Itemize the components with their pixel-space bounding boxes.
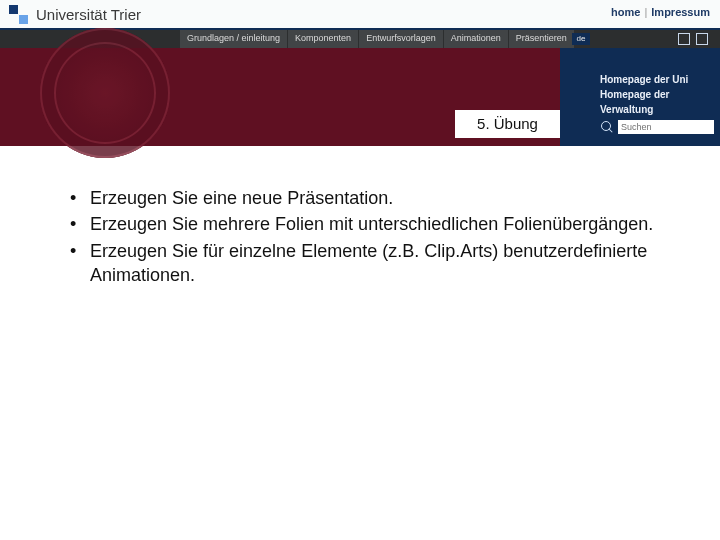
slide-title: 5. Übung <box>455 110 560 138</box>
university-seal-icon <box>40 28 170 158</box>
banner: 5. Übung Homepage der Uni Homepage der V… <box>0 48 720 146</box>
banner-maroon: 5. Übung <box>0 48 560 146</box>
search-icon <box>600 120 614 134</box>
language-selector[interactable]: de <box>572 33 590 45</box>
impressum-link[interactable]: Impressum <box>651 6 710 18</box>
tabs-container: Grundlagen / einleitung Komponenten Entw… <box>180 30 575 48</box>
bullet-item: Erzeugen Sie für einzelne Elemente (z.B.… <box>66 239 666 288</box>
tab-grundlagen[interactable]: Grundlagen / einleitung <box>180 30 288 48</box>
tool-icon-2[interactable] <box>696 33 708 45</box>
tool-icon-1[interactable] <box>678 33 690 45</box>
tab-entwurfsvorlagen[interactable]: Entwurfsvorlagen <box>359 30 444 48</box>
top-strip: Universität Trier home|Impressum <box>0 0 720 28</box>
search-input[interactable] <box>618 120 714 134</box>
slide-content: Erzeugen Sie eine neue Präsentation. Erz… <box>66 186 666 289</box>
bullet-item: Erzeugen Sie eine neue Präsentation. <box>66 186 666 210</box>
tab-animationen[interactable]: Animationen <box>444 30 509 48</box>
tool-icons <box>678 33 708 45</box>
homepage-uni-link[interactable]: Homepage der Uni <box>600 72 720 87</box>
logo-text: Universität Trier <box>36 6 141 23</box>
bullet-item: Erzeugen Sie mehrere Folien mit untersch… <box>66 212 666 236</box>
banner-right-links: Homepage der Uni Homepage der Verwaltung <box>600 72 720 117</box>
logo-mark-icon <box>6 2 30 26</box>
tab-komponenten[interactable]: Komponenten <box>288 30 359 48</box>
homepage-verwaltung-link[interactable]: Homepage der Verwaltung <box>600 87 720 117</box>
tab-praesentieren[interactable]: Präsentieren <box>509 30 575 48</box>
home-link[interactable]: home <box>611 6 640 18</box>
top-links: home|Impressum <box>611 6 710 18</box>
search-row <box>600 120 714 134</box>
university-logo: Universität Trier <box>6 2 141 26</box>
